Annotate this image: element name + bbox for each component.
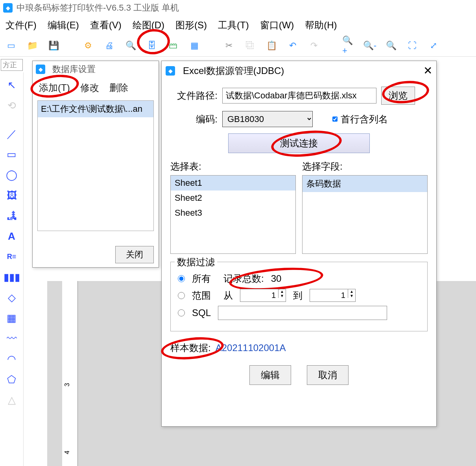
richtext-icon[interactable]: R≡: [3, 248, 20, 265]
side-toolbar: ↖ ⟲ ／ ▭ ◯ 🖼 🏞 A R≡ ▮▮▮ ◇ ▦ 〰 ◠ ⬠ △: [0, 72, 24, 466]
text-icon[interactable]: A: [3, 227, 20, 245]
records-total-value: 30: [271, 273, 282, 284]
redo-icon[interactable]: ↷: [308, 39, 320, 52]
rect-icon[interactable]: ▭: [3, 146, 20, 163]
menu-draw[interactable]: 绘图(D): [133, 19, 164, 31]
menu-bar: 文件(F) 编辑(E) 查看(V) 绘图(D) 图形(S) 工具(T) 窗口(W…: [0, 16, 476, 35]
image-icon[interactable]: 🖼: [3, 187, 20, 204]
dialog-icon: ◆: [166, 66, 175, 76]
triangle-icon[interactable]: △: [3, 391, 20, 409]
open-folder-icon[interactable]: 📁: [26, 39, 39, 52]
polygon-icon[interactable]: ⬠: [3, 371, 20, 388]
spin-down-icon[interactable]: ▼: [348, 294, 355, 298]
range-to-spinner[interactable]: ▲▼: [310, 289, 356, 302]
path-label: 文件路径:: [170, 89, 218, 102]
gear-icon[interactable]: ⚙: [82, 39, 94, 52]
menu-edit[interactable]: 编辑(E): [48, 19, 79, 31]
excel-dialog-title: Excel数据源管理(JDBC): [183, 65, 284, 77]
menu-file[interactable]: 文件(F): [6, 19, 37, 31]
db-modify-button[interactable]: 修改: [80, 81, 99, 94]
menu-view[interactable]: 查看(V): [90, 19, 122, 31]
toolbar: ▭ 📁 💾 ⚙ 🖨 🔍 🗄 🗃 ▦ ✂ ⿻ 📋 ↶ ↷ 🔍+ 🔍- 🔍 ⛶ ⤢: [0, 35, 476, 57]
rotate-icon[interactable]: ⟲: [3, 97, 20, 114]
filter-all-radio[interactable]: [178, 275, 185, 282]
db-close-button[interactable]: 关闭: [115, 246, 154, 263]
path-input[interactable]: [222, 88, 376, 104]
sql-input[interactable]: [218, 306, 387, 320]
picture-icon[interactable]: 🏞: [3, 207, 20, 224]
zoom-reset-icon[interactable]: 🔍: [385, 39, 397, 52]
menu-window[interactable]: 窗口(W): [260, 19, 294, 31]
cancel-button[interactable]: 取消: [307, 365, 349, 385]
header-row-label: 首行含列名: [341, 113, 388, 126]
range-from-spinner[interactable]: ▲▼: [240, 289, 286, 302]
paste-icon[interactable]: 📋: [265, 39, 278, 52]
sample-label: 样本数据:: [170, 342, 211, 354]
range-from-input[interactable]: [240, 289, 278, 301]
header-row-checkbox[interactable]: 首行含列名: [332, 113, 388, 126]
qrcode-icon[interactable]: ▦: [3, 309, 20, 327]
zoom-out-icon[interactable]: 🔍-: [363, 39, 376, 52]
app-icon: ◆: [3, 3, 13, 13]
menu-shape[interactable]: 图形(S): [175, 19, 207, 31]
filter-sql-label: SQL: [192, 307, 211, 318]
db-source-list[interactable]: E:\工作文件\测试数据\...an: [37, 100, 154, 231]
print-icon[interactable]: 🖨: [103, 39, 116, 52]
close-icon[interactable]: ✕: [423, 64, 432, 77]
font-label-box[interactable]: 方正粗: [1, 59, 23, 71]
range-to-input[interactable]: [310, 289, 348, 301]
filter-all-label: 所有: [192, 272, 211, 285]
encoding-select[interactable]: GB18030: [222, 111, 313, 127]
table-list[interactable]: Sheet1 Sheet2 Sheet3: [170, 175, 296, 254]
menu-help[interactable]: 帮助(H): [305, 19, 337, 31]
save-icon[interactable]: 💾: [47, 39, 60, 52]
db-delete-button[interactable]: 删除: [109, 81, 128, 94]
edit-button[interactable]: 编辑: [249, 365, 291, 385]
browse-button[interactable]: 浏览: [381, 87, 415, 105]
table-item[interactable]: Sheet3: [171, 205, 295, 220]
undo-icon[interactable]: ↶: [286, 39, 299, 52]
preview-icon[interactable]: 🔍: [124, 39, 137, 52]
curve-icon[interactable]: 〰: [3, 330, 20, 347]
database-small-icon[interactable]: 🗃: [167, 39, 179, 52]
filter-range-label: 范围: [192, 289, 211, 302]
spin-up-icon[interactable]: ▲: [278, 289, 286, 294]
excel-jdbc-dialog: ◆ Excel数据源管理(JDBC) ✕ 文件路径: 浏览 编码: GB1803…: [161, 61, 437, 427]
db-add-button[interactable]: 添加(T): [39, 81, 70, 94]
copy-icon[interactable]: ⿻: [244, 39, 256, 52]
select-table-label: 选择表:: [170, 160, 296, 173]
database-icon[interactable]: 🗄: [146, 39, 158, 52]
encoding-label: 编码:: [170, 113, 218, 126]
header-row-check-input[interactable]: [332, 116, 338, 122]
expand-icon[interactable]: ⤢: [427, 39, 440, 52]
vertical-ruler: 3 4: [62, 281, 78, 466]
field-list[interactable]: 条码数据: [302, 175, 428, 254]
ruler-tick: 4: [64, 451, 71, 454]
sample-value: A20211102001A: [216, 342, 286, 353]
cut-icon[interactable]: ✂: [223, 39, 235, 52]
arc-icon[interactable]: ◠: [3, 350, 20, 368]
spin-up-icon[interactable]: ▲: [348, 289, 355, 294]
records-total-label: 记录总数:: [223, 272, 264, 285]
filter-range-radio[interactable]: [178, 292, 185, 299]
table-item[interactable]: Sheet1: [171, 176, 295, 190]
barcode-icon[interactable]: ▮▮▮: [3, 268, 20, 286]
fit-icon[interactable]: ⛶: [406, 39, 419, 52]
zoom-in-icon[interactable]: 🔍+: [342, 39, 355, 52]
ellipse-icon[interactable]: ◯: [3, 166, 20, 183]
ruler-tick: 3: [64, 383, 71, 386]
table-item[interactable]: Sheet2: [171, 190, 295, 205]
new-file-icon[interactable]: ▭: [5, 39, 17, 52]
shape-path-icon[interactable]: ◇: [3, 289, 20, 306]
field-item[interactable]: 条码数据: [303, 176, 427, 192]
menu-tool[interactable]: 工具(T): [218, 19, 249, 31]
pointer-icon[interactable]: ↖: [3, 76, 20, 94]
spin-down-icon[interactable]: ▼: [278, 294, 286, 298]
filter-panel: 数据过滤 所有 记录总数: 30 范围 从 ▲▼ 到 ▲▼ SQL: [170, 262, 428, 331]
test-connection-button[interactable]: 测试连接: [228, 133, 370, 153]
line-icon[interactable]: ／: [3, 125, 20, 142]
db-source-item[interactable]: E:\工作文件\测试数据\...an: [38, 101, 153, 117]
filter-sql-radio[interactable]: [178, 309, 185, 316]
grid-icon[interactable]: ▦: [188, 39, 201, 52]
db-settings-dialog: ◆ 数据库设置 添加(T) 修改 删除 E:\工作文件\测试数据\...an 关…: [32, 61, 159, 268]
